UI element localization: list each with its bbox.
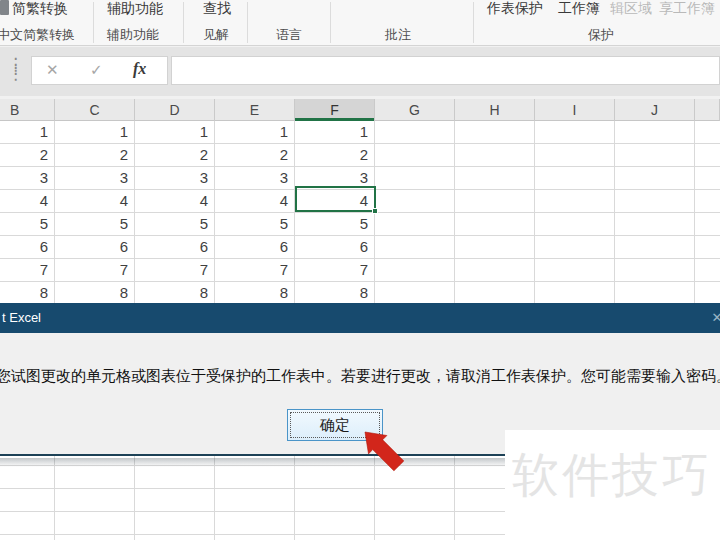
cell-D7[interactable]: 7	[135, 259, 215, 282]
cell-D8[interactable]: 8	[135, 282, 215, 305]
ribbon-button-5: 辑区域	[610, 0, 652, 18]
cell-F7[interactable]: 7	[295, 259, 375, 282]
grid-row-2: 22222	[0, 144, 375, 167]
cell-E3[interactable]: 3	[215, 167, 295, 190]
enter-icon[interactable]: ✓	[90, 61, 103, 79]
ribbon-button-4[interactable]: 工作簿	[558, 0, 600, 18]
cell-B8[interactable]: 8	[0, 282, 55, 305]
cell-C3[interactable]: 3	[55, 167, 135, 190]
cell-C2[interactable]: 2	[55, 144, 135, 167]
cancel-icon[interactable]: ✕	[46, 61, 59, 79]
column-header-partial[interactable]	[695, 99, 720, 121]
ribbon-group-label-0: 中文简繁转换	[0, 26, 75, 42]
column-header-E[interactable]: E	[215, 99, 295, 121]
watermark-area: 软件技巧	[505, 430, 720, 540]
column-header-J[interactable]: J	[615, 99, 695, 121]
selected-cell-F4[interactable]	[295, 186, 376, 212]
cell-E7[interactable]: 7	[215, 259, 295, 282]
cell-D6[interactable]: 6	[135, 236, 215, 259]
cell-D2[interactable]: 2	[135, 144, 215, 167]
ribbon-separator	[330, 2, 331, 43]
ribbon-button-1[interactable]: 辅助功能	[107, 0, 163, 18]
column-header-H[interactable]: H	[455, 99, 535, 121]
cell-B1[interactable]: 1	[0, 121, 55, 144]
cell-C1[interactable]: 1	[55, 121, 135, 144]
cell-B4[interactable]: 4	[0, 190, 55, 213]
cell-B6[interactable]: 6	[0, 236, 55, 259]
grid-row-5: 55555	[0, 213, 375, 236]
cell-E4[interactable]: 4	[215, 190, 295, 213]
cell-E8[interactable]: 8	[215, 282, 295, 305]
insert-function-icon[interactable]: fx	[133, 60, 146, 78]
cell-E2[interactable]: 2	[215, 144, 295, 167]
grid-row-1: 11111	[0, 121, 375, 144]
cell-F8[interactable]: 8	[295, 282, 375, 305]
red-arrow-cursor-icon	[345, 424, 415, 484]
cell-B7[interactable]: 7	[0, 259, 55, 282]
cell-F2[interactable]: 2	[295, 144, 375, 167]
column-header-D[interactable]: D	[135, 99, 215, 121]
column-header-F[interactable]: F	[295, 99, 375, 121]
cell-B5[interactable]: 5	[0, 213, 55, 236]
column-header-G[interactable]: G	[375, 99, 455, 121]
cell-D1[interactable]: 1	[135, 121, 215, 144]
cell-D4[interactable]: 4	[135, 190, 215, 213]
cell-F6[interactable]: 6	[295, 236, 375, 259]
column-header-B[interactable]: B	[0, 99, 55, 121]
ribbon-group-label-5: 保护	[588, 26, 614, 42]
fill-handle[interactable]	[372, 208, 378, 214]
ribbon-separator	[183, 2, 184, 43]
close-icon[interactable]: ✕	[707, 303, 720, 333]
cell-B3[interactable]: 3	[0, 167, 55, 190]
cell-E5[interactable]: 5	[215, 213, 295, 236]
formula-bar: ⋮⋮ ✕ ✓ fx	[0, 47, 720, 96]
cell-E1[interactable]: 1	[215, 121, 295, 144]
drag-handle-icon[interactable]: ⋮⋮	[7, 60, 24, 78]
cell-E6[interactable]: 6	[215, 236, 295, 259]
excel-window: 简繁转换辅助功能查找作表保护工作簿辑区域享工作簿 中文简繁转换辅助功能见解语言批…	[0, 0, 720, 540]
cell-C8[interactable]: 8	[55, 282, 135, 305]
cell-B2[interactable]: 2	[0, 144, 55, 167]
ribbon-button-2[interactable]: 查找	[203, 0, 231, 18]
formula-controls: ✕ ✓ fx	[31, 56, 168, 85]
grid-row-7: 77777	[0, 259, 375, 282]
cell-F5[interactable]: 5	[295, 213, 375, 236]
grid-row-8: 88888	[0, 282, 375, 305]
ribbon-button-6: 享工作簿	[659, 0, 715, 18]
ribbon-group-label-3: 语言	[276, 26, 302, 42]
ribbon-separator	[473, 2, 474, 43]
watermark-text: 软件技巧	[512, 444, 712, 507]
ribbon-separator	[247, 2, 248, 43]
column-header-C[interactable]: C	[55, 99, 135, 121]
formula-input[interactable]	[171, 56, 720, 85]
translate-icon	[0, 0, 9, 15]
column-headers: BCDEFGHIJ	[0, 99, 720, 121]
cell-D3[interactable]: 3	[135, 167, 215, 190]
grid-row-6: 66666	[0, 236, 375, 259]
column-header-I[interactable]: I	[535, 99, 615, 121]
ribbon-separator	[93, 2, 94, 43]
ribbon-group-label-4: 批注	[385, 26, 411, 42]
ribbon: 简繁转换辅助功能查找作表保护工作簿辑区域享工作簿 中文简繁转换辅助功能见解语言批…	[0, 0, 720, 46]
cell-C5[interactable]: 5	[55, 213, 135, 236]
ribbon-button-0[interactable]: 简繁转换	[12, 0, 68, 18]
cell-C4[interactable]: 4	[55, 190, 135, 213]
ribbon-button-3[interactable]: 作表保护	[487, 0, 543, 18]
cell-F1[interactable]: 1	[295, 121, 375, 144]
dialog-title: t Excel	[2, 303, 41, 333]
dialog-titlebar[interactable]: t Excel ✕	[0, 303, 720, 333]
dialog-message: 您试图更改的单元格或图表位于受保护的工作表中。若要进行更改，请取消工作表保护。您…	[0, 367, 720, 386]
cell-D5[interactable]: 5	[135, 213, 215, 236]
ribbon-group-label-1: 辅助功能	[107, 26, 159, 42]
ribbon-group-label-2: 见解	[203, 26, 229, 42]
cell-C6[interactable]: 6	[55, 236, 135, 259]
cell-C7[interactable]: 7	[55, 259, 135, 282]
